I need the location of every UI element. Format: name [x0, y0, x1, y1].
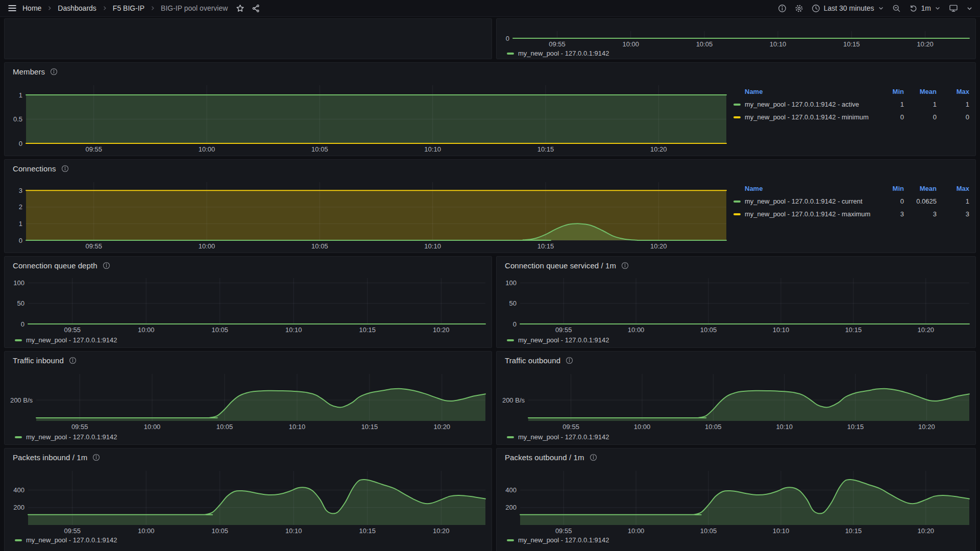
- monitor-icon[interactable]: [949, 4, 958, 13]
- chart-traffic-out[interactable]: 200 B/s09:5510:0010:0510:1010:1510:20: [501, 371, 972, 431]
- panel-title[interactable]: Connections: [13, 164, 56, 173]
- panel-title[interactable]: Packets outbound / 1m: [505, 453, 584, 462]
- menu-icon[interactable]: [7, 3, 17, 13]
- panel-title[interactable]: Members: [13, 67, 45, 76]
- legend-item[interactable]: my_new_pool - 127.0.0.1:9142: [15, 536, 117, 544]
- legend-header-mean[interactable]: Mean: [904, 88, 937, 95]
- legend-series-label[interactable]: my_new_pool - 127.0.0.1:9142: [518, 433, 609, 441]
- legend-header-min[interactable]: Min: [871, 88, 904, 95]
- y-axis-tick-label: 0: [19, 237, 22, 244]
- legend-series-toggle[interactable]: my_new_pool - 127.0.0.1:9142 - maximum: [733, 210, 871, 218]
- chart-canvas-queue-depth[interactable]: 10050009:5510:0010:0510:1010:1510:20: [9, 275, 488, 334]
- zoom-out-icon[interactable]: [892, 4, 901, 13]
- panel-title[interactable]: Connection queue depth: [13, 261, 97, 270]
- chart-canvas-connections[interactable]: 321009:5510:0010:0510:1010:1510:20: [9, 179, 729, 251]
- chart-queue-depth[interactable]: 10050009:5510:0010:0510:1010:1510:20: [9, 275, 488, 334]
- legend-series-toggle[interactable]: my_new_pool - 127.0.0.1:9142 - active: [733, 101, 871, 108]
- chart-canvas-queue-serviced[interactable]: 10050009:5510:0010:0510:1010:1510:20: [501, 275, 972, 334]
- y-axis-tick-label: 100: [13, 279, 24, 287]
- x-axis-tick-label: 10:00: [144, 423, 161, 431]
- legend-table-header: NameMinMeanMax: [733, 182, 969, 195]
- legend-header-name[interactable]: Name: [733, 185, 871, 192]
- refresh-picker[interactable]: 1m: [909, 4, 941, 13]
- panel-title[interactable]: Traffic inbound: [13, 356, 64, 365]
- legend-series-marker: [733, 213, 741, 215]
- chart-canvas-stub-top[interactable]: 009:5510:0010:0510:1010:1510:20: [501, 19, 972, 48]
- chart-canvas-packets-in[interactable]: 40020009:5510:0010:0510:1010:1510:20: [9, 468, 488, 535]
- chart-connections[interactable]: 321009:5510:0010:0510:1010:1510:20: [9, 179, 729, 251]
- legend-value-mean: 0: [904, 113, 937, 121]
- panel-info-icon[interactable]: [566, 357, 573, 364]
- x-axis-tick-label: 09:55: [549, 40, 566, 48]
- y-axis-tick-label: 1: [19, 220, 22, 228]
- chart-packets-out[interactable]: 40020009:5510:0010:0510:1010:1510:20: [501, 468, 972, 535]
- legend-series-toggle[interactable]: my_new_pool - 127.0.0.1:9142 - minimum: [733, 113, 871, 121]
- legend-series-label[interactable]: my_new_pool - 127.0.0.1:9142: [26, 536, 117, 544]
- info-circle-icon[interactable]: [778, 4, 787, 13]
- legend-item[interactable]: my_new_pool - 127.0.0.1:9142: [15, 433, 117, 441]
- panel-title[interactable]: Traffic outbound: [505, 356, 560, 365]
- x-axis-tick-label: 10:00: [138, 527, 155, 535]
- y-axis-tick-label: 50: [509, 299, 517, 307]
- chart-canvas-traffic-out[interactable]: 200 B/s09:5510:0010:0510:1010:1510:20: [501, 371, 972, 431]
- chart-traffic-in[interactable]: 200 B/s09:5510:0010:0510:1010:1510:20: [9, 371, 488, 431]
- panel-title[interactable]: Connection queue serviced / 1m: [505, 261, 616, 270]
- panel-header: Connection queue serviced / 1m: [505, 261, 629, 270]
- share-icon[interactable]: [252, 4, 260, 13]
- legend-header-mean[interactable]: Mean: [904, 185, 937, 192]
- x-axis-tick-label: 10:15: [537, 145, 554, 153]
- panel-header: Packets inbound / 1m: [13, 453, 100, 462]
- legend-item[interactable]: my_new_pool - 127.0.0.1:9142: [15, 336, 117, 344]
- panel-queue-depth: Connection queue depth10050009:5510:0010…: [4, 256, 492, 348]
- panel-info-icon[interactable]: [50, 68, 58, 76]
- legend-item[interactable]: my_new_pool - 127.0.0.1:9142: [507, 49, 609, 57]
- x-axis-tick-label: 10:00: [199, 145, 215, 153]
- legend-series-label[interactable]: my_new_pool - 127.0.0.1:9142: [26, 336, 117, 344]
- legend-table-header: NameMinMeanMax: [733, 85, 969, 98]
- star-icon[interactable]: [236, 4, 244, 13]
- panel-info-icon[interactable]: [621, 262, 629, 269]
- legend-series-toggle[interactable]: my_new_pool - 127.0.0.1:9142 - current: [733, 197, 871, 205]
- legend-header-max[interactable]: Max: [937, 185, 969, 192]
- legend-header-max[interactable]: Max: [937, 88, 969, 95]
- chart-packets-in[interactable]: 40020009:5510:0010:0510:1010:1510:20: [9, 468, 488, 535]
- chart-canvas-packets-out[interactable]: 40020009:5510:0010:0510:1010:1510:20: [501, 468, 972, 535]
- legend-series-marker: [15, 539, 22, 541]
- chart-members[interactable]: 10.5009:5510:0010:0510:1010:1510:20: [9, 82, 729, 154]
- x-axis-tick-label: 10:20: [434, 423, 451, 431]
- legend-header-min[interactable]: Min: [871, 185, 904, 192]
- legend-item[interactable]: my_new_pool - 127.0.0.1:9142: [507, 536, 609, 544]
- panel-title[interactable]: Packets inbound / 1m: [13, 453, 87, 462]
- chart-canvas-traffic-in[interactable]: 200 B/s09:5510:0010:0510:1010:1510:20: [9, 371, 488, 431]
- legend-series-marker: [15, 436, 22, 438]
- breadcrumb-dashboards[interactable]: Dashboards: [58, 4, 96, 12]
- legend-series-label: my_new_pool - 127.0.0.1:9142 - minimum: [745, 113, 869, 121]
- gear-icon[interactable]: [795, 4, 803, 13]
- legend-item[interactable]: my_new_pool - 127.0.0.1:9142: [507, 336, 609, 344]
- breadcrumb-folder[interactable]: F5 BIG-IP: [113, 4, 144, 12]
- x-axis-tick-label: 10:20: [433, 527, 450, 535]
- legend-header-name[interactable]: Name: [733, 88, 871, 95]
- legend-series-label[interactable]: my_new_pool - 127.0.0.1:9142: [26, 433, 117, 441]
- chart-canvas-members[interactable]: 10.5009:5510:0010:0510:1010:1510:20: [9, 82, 729, 154]
- chart-queue-serviced[interactable]: 10050009:5510:0010:0510:1010:1510:20: [501, 275, 972, 334]
- panel-info-icon[interactable]: [92, 454, 100, 461]
- legend-series-label[interactable]: my_new_pool - 127.0.0.1:9142: [518, 49, 609, 57]
- legend-value-max: 3: [937, 210, 969, 218]
- legend-item[interactable]: my_new_pool - 127.0.0.1:9142: [507, 433, 609, 441]
- time-range-picker[interactable]: Last 30 minutes: [812, 4, 884, 13]
- chevron-down-icon: [878, 5, 884, 11]
- x-axis-tick-label: 09:55: [562, 423, 579, 431]
- panel-info-icon[interactable]: [61, 165, 69, 172]
- chart-stub-top[interactable]: 009:5510:0010:0510:1010:1510:20: [501, 19, 972, 48]
- breadcrumb-home[interactable]: Home: [22, 4, 41, 12]
- panel-info-icon[interactable]: [69, 357, 77, 364]
- panel-info-icon[interactable]: [590, 454, 597, 461]
- x-axis-tick-label: 10:10: [776, 423, 793, 431]
- chevron-down-icon[interactable]: [966, 5, 973, 12]
- navbar-left: Home Dashboards F5 BIG-IP BIG-IP pool ov…: [7, 3, 260, 13]
- legend-series-label[interactable]: my_new_pool - 127.0.0.1:9142: [518, 336, 609, 344]
- legend-series-label[interactable]: my_new_pool - 127.0.0.1:9142: [518, 536, 609, 544]
- x-axis-tick-label: 10:05: [700, 326, 717, 334]
- panel-info-icon[interactable]: [103, 262, 110, 269]
